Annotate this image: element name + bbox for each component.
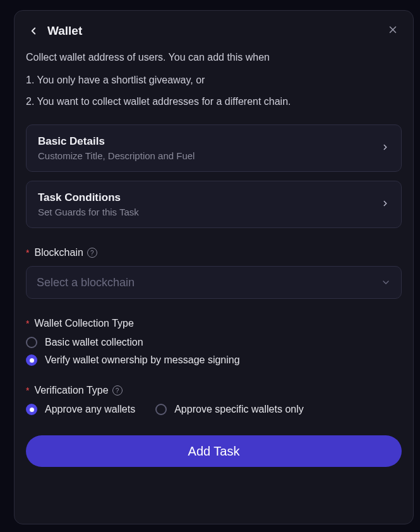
task-conditions-text: Task Conditions Set Guards for this Task bbox=[38, 191, 139, 217]
basic-details-title: Basic Details bbox=[38, 135, 195, 148]
verification-type-field: * Verification Type ? Approve any wallet… bbox=[26, 385, 402, 415]
verification-type-radio-group: Approve any wallets Approve specific wal… bbox=[26, 404, 402, 415]
task-conditions-title: Task Conditions bbox=[38, 191, 139, 204]
required-indicator: * bbox=[26, 248, 29, 258]
close-button[interactable] bbox=[384, 21, 402, 39]
radio-label: Approve any wallets bbox=[45, 404, 135, 415]
chevron-right-icon bbox=[381, 143, 390, 154]
intro-point-2: 2. You want to collect wallet addresses … bbox=[26, 94, 402, 109]
blockchain-placeholder: Select a blockchain bbox=[37, 276, 135, 289]
wallet-modal: Wallet Collect wallet address of users. … bbox=[14, 10, 414, 524]
basic-details-subtitle: Customize Title, Description and Fuel bbox=[38, 150, 195, 161]
collection-type-field: * Wallet Collection Type Basic wallet co… bbox=[26, 318, 402, 366]
radio-indicator bbox=[26, 354, 37, 366]
collection-type-label-text: Wallet Collection Type bbox=[34, 318, 133, 329]
task-conditions-subtitle: Set Guards for this Task bbox=[38, 207, 139, 217]
basic-details-text: Basic Details Customize Title, Descripti… bbox=[38, 135, 195, 161]
task-conditions-card[interactable]: Task Conditions Set Guards for this Task bbox=[26, 181, 402, 228]
required-indicator: * bbox=[26, 385, 29, 396]
radio-label: Basic wallet collection bbox=[45, 337, 143, 348]
radio-label: Approve specific wallets only bbox=[174, 404, 304, 415]
radio-indicator bbox=[26, 404, 37, 415]
help-icon[interactable]: ? bbox=[112, 385, 123, 396]
modal-title: Wallet bbox=[47, 24, 82, 38]
collection-type-radio-group: Basic wallet collection Verify wallet ow… bbox=[26, 337, 402, 366]
radio-approve-any[interactable]: Approve any wallets bbox=[26, 404, 135, 415]
help-icon[interactable]: ? bbox=[87, 248, 97, 258]
add-task-button[interactable]: Add Task bbox=[26, 435, 402, 467]
collection-type-label: * Wallet Collection Type bbox=[26, 318, 402, 329]
chevron-down-icon bbox=[381, 277, 391, 287]
blockchain-field: * Blockchain ? Select a blockchain bbox=[26, 247, 402, 299]
radio-verify-ownership[interactable]: Verify wallet ownership by message signi… bbox=[26, 354, 402, 366]
radio-label: Verify wallet ownership by message signi… bbox=[45, 354, 240, 366]
intro-point-1: 1. You only have a shortlist giveaway, o… bbox=[26, 73, 402, 88]
chevron-right-icon bbox=[381, 199, 390, 210]
verification-type-label: * Verification Type ? bbox=[26, 385, 402, 396]
back-button[interactable] bbox=[26, 23, 41, 39]
radio-approve-specific[interactable]: Approve specific wallets only bbox=[155, 404, 304, 415]
intro-description: Collect wallet address of users. You can… bbox=[26, 50, 402, 65]
required-indicator: * bbox=[26, 318, 29, 329]
basic-details-card[interactable]: Basic Details Customize Title, Descripti… bbox=[26, 124, 402, 172]
blockchain-label-text: Blockchain bbox=[34, 247, 83, 258]
close-icon bbox=[387, 24, 399, 35]
chevron-left-icon bbox=[28, 25, 39, 37]
modal-header: Wallet bbox=[26, 23, 402, 39]
blockchain-select[interactable]: Select a blockchain bbox=[26, 266, 402, 299]
radio-indicator bbox=[26, 337, 37, 348]
blockchain-label: * Blockchain ? bbox=[26, 247, 402, 258]
verification-type-label-text: Verification Type bbox=[34, 385, 108, 396]
radio-basic-collection[interactable]: Basic wallet collection bbox=[26, 337, 402, 348]
radio-indicator bbox=[155, 404, 167, 415]
